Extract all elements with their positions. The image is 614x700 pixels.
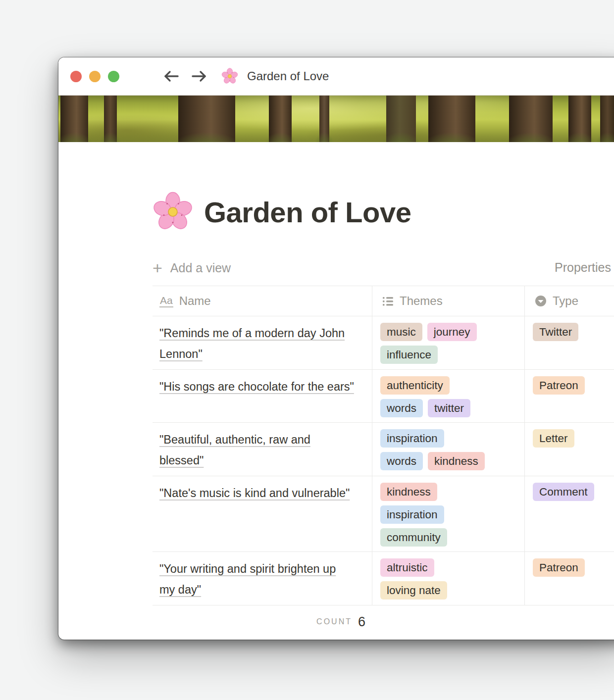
select-dropdown-icon [535, 295, 547, 307]
back-button[interactable] [163, 70, 180, 83]
window-title: Garden of Love [247, 69, 329, 83]
theme-tag: words [380, 452, 423, 470]
forward-button[interactable] [191, 70, 207, 83]
desktop: { "palette": { "brown": "#e6d5c9", "pink… [0, 0, 614, 700]
title-text-icon: Aa [159, 295, 173, 307]
name-cell[interactable]: "Your writing and spirit brighten up my … [153, 552, 372, 605]
page-title: Garden of Love [204, 196, 411, 229]
page-cover-image [58, 95, 614, 142]
name-cell[interactable]: "Reminds me of a modern day John Lennon" [153, 316, 372, 369]
database-table: Aa Name Themes [153, 286, 614, 635]
properties-button[interactable]: Properties [555, 260, 611, 275]
views-toolbar: + Add a view Properties [153, 259, 614, 277]
theme-tag: influence [380, 346, 438, 364]
titlebar: Garden of Love [58, 57, 614, 95]
theme-tag: twitter [428, 399, 470, 417]
page-title-emoji cherry-blossom-icon [153, 192, 193, 232]
table-header-row: Aa Name Themes [153, 286, 614, 316]
table-footer: COUNT 6 [153, 605, 614, 635]
cherry-blossom-icon [221, 68, 238, 85]
name-cell[interactable]: "Nate's music is kind and vulnerable" [153, 476, 372, 551]
name-cell[interactable]: "His songs are chocolate for the ears" [153, 370, 372, 422]
themes-cell[interactable]: altruistic loving nate [372, 552, 525, 605]
multi-select-list-icon [382, 296, 394, 307]
themes-cell[interactable]: kindness inspiration community [372, 476, 525, 551]
theme-tag: loving nate [380, 581, 447, 600]
theme-tag: inspiration [380, 505, 444, 524]
theme-tag: kindness [428, 452, 485, 470]
plus-icon: + [153, 260, 162, 275]
add-view-button[interactable]: + Add a view [153, 260, 231, 275]
type-tag: Comment [533, 483, 594, 501]
page-content: Garden of Love + Add a view Properties A… [58, 194, 614, 635]
close-window-button[interactable] [70, 71, 82, 82]
minimize-window-button[interactable] [89, 71, 101, 82]
theme-tag: altruistic [380, 558, 434, 577]
count-calculation[interactable]: COUNT 6 [153, 605, 372, 635]
theme-tag: music [380, 323, 422, 341]
theme-tag: words [380, 399, 423, 417]
table-row: "Beautiful, authentic, raw and blessed" … [153, 423, 614, 476]
theme-tag: authenticity [380, 376, 450, 395]
type-tag: Patreon [533, 376, 585, 395]
type-tag: Letter [533, 429, 574, 448]
table-row: "Nate's music is kind and vulnerable" ki… [153, 476, 614, 552]
arrow-left-icon [163, 70, 180, 83]
type-cell[interactable]: Letter [525, 423, 614, 476]
theme-tag: community [380, 528, 447, 547]
type-cell[interactable]: Twitter [525, 316, 614, 369]
theme-tag: journey [427, 323, 477, 341]
table-row: "His songs are chocolate for the ears" a… [153, 370, 614, 423]
count-label: COUNT [316, 617, 352, 626]
maximize-window-button[interactable] [108, 71, 119, 82]
type-cell[interactable]: Patreon [525, 370, 614, 422]
count-value: 6 [358, 614, 365, 630]
type-cell[interactable]: Comment [525, 476, 614, 551]
table-row: "Your writing and spirit brighten up my … [153, 552, 614, 605]
column-header-type[interactable]: Type [525, 286, 614, 316]
themes-cell[interactable]: authenticity words twitter [372, 370, 525, 422]
column-header-themes[interactable]: Themes [372, 286, 525, 316]
tree-trunk [60, 96, 88, 142]
arrow-right-icon [191, 70, 207, 83]
themes-cell[interactable]: music journey influence [372, 316, 525, 369]
theme-tag: kindness [380, 483, 437, 501]
theme-tag: inspiration [380, 429, 444, 448]
themes-cell[interactable]: inspiration words kindness [372, 423, 525, 476]
table-row: "Reminds me of a modern day John Lennon"… [153, 316, 614, 370]
type-tag: Patreon [533, 558, 585, 577]
app-window: Garden of Love Garden of Love + Add a vi… [58, 57, 614, 640]
type-cell[interactable]: Patreon [525, 552, 614, 605]
page-header: Garden of Love [153, 194, 614, 230]
column-header-name[interactable]: Aa Name [153, 286, 372, 316]
type-tag: Twitter [533, 323, 578, 341]
name-cell[interactable]: "Beautiful, authentic, raw and blessed" [153, 423, 372, 476]
